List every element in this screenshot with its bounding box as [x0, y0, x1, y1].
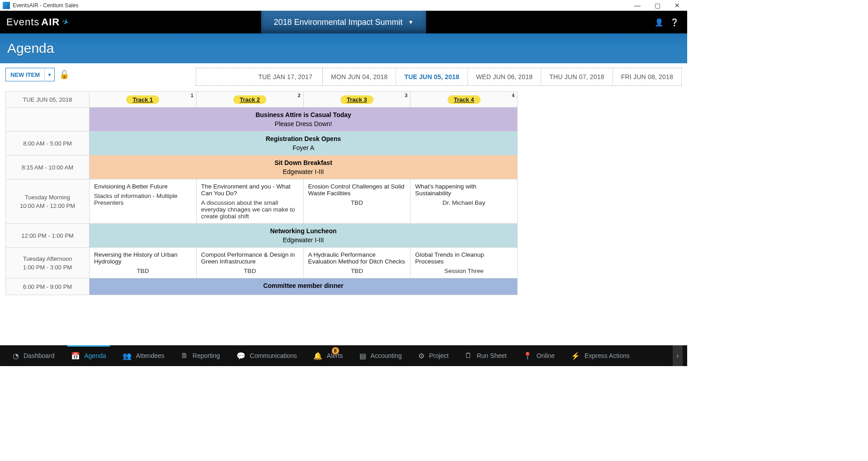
bottom-nav: ◔Dashboard📅Agenda👥Attendees🗎Reporting💬Co…: [0, 345, 687, 366]
session-sub: TBD: [308, 199, 406, 206]
nav-item-alerts[interactable]: 🔔Alerts8: [305, 345, 351, 366]
block-title: Business Attire is Casual Today: [92, 111, 514, 118]
session-cell[interactable]: What's happening with SustainabilityDr. …: [410, 179, 517, 223]
block-title: Sit Down Breakfast: [92, 159, 514, 166]
session-cell[interactable]: Compost Performance & Design in Green In…: [197, 248, 304, 278]
app-icon: [3, 2, 10, 9]
nav-item-accounting[interactable]: ▤Accounting: [351, 345, 410, 366]
window-titlebar: EventsAIR - Centium Sales — ▢ ✕: [0, 0, 687, 11]
unlock-icon[interactable]: 🔓: [59, 70, 69, 80]
time-cell: 8:15 AM - 10:00 AM: [6, 155, 90, 179]
nav-item-dashboard[interactable]: ◔Dashboard: [5, 345, 63, 366]
communications-icon: 💬: [236, 352, 245, 360]
session-title: Erosion Control Challenges at Solid Wast…: [308, 183, 406, 197]
run-sheet-icon: 🗒: [465, 352, 472, 360]
user-icon[interactable]: 👤: [655, 18, 664, 27]
session-title: Compost Performance & Design in Green In…: [201, 251, 299, 265]
nav-item-communications[interactable]: 💬Communications: [228, 345, 305, 366]
main-content: NEW ITEM ▼ 🔓 TUE JAN 17, 2017MON JUN 04,…: [0, 63, 687, 345]
nav-label: Accounting: [371, 352, 402, 359]
date-tab[interactable]: MON JUN 04, 2018: [323, 68, 396, 85]
nav-label: Reporting: [193, 352, 220, 359]
block-subtitle: Please Dress Down!: [92, 120, 514, 127]
full-width-block[interactable]: Committee member dinner: [90, 278, 517, 295]
block-title: Committee member dinner: [92, 282, 514, 289]
track-header[interactable]: 4Track 4: [410, 92, 517, 107]
window-maximize-button[interactable]: ▢: [647, 0, 667, 11]
full-width-block[interactable]: Sit Down BreakfastEdgewater I-III: [90, 155, 517, 179]
event-selector-label: 2018 Environmental Impact Summit: [274, 18, 402, 27]
page-title: Agenda: [7, 41, 54, 56]
session-cell[interactable]: The Environment and you - What Can You D…: [197, 179, 304, 223]
nav-item-reporting[interactable]: 🗎Reporting: [173, 345, 228, 366]
alerts-icon: 🔔: [313, 352, 322, 360]
date-tab[interactable]: FRI JUN 08, 2018: [613, 68, 682, 85]
nav-item-attendees[interactable]: 👥Attendees: [114, 345, 173, 366]
accounting-icon: ▤: [359, 352, 366, 360]
session-cell[interactable]: A Hydraulic Performance Evaluation Metho…: [304, 248, 411, 278]
nav-label: Agenda: [85, 352, 106, 359]
full-width-block[interactable]: Business Attire is Casual TodayPlease Dr…: [90, 108, 517, 131]
new-item-dropdown-toggle[interactable]: ▼: [44, 68, 54, 81]
track-pill[interactable]: Track 3: [340, 95, 373, 104]
date-tab[interactable]: TUE JAN 17, 2017: [196, 68, 323, 85]
nav-badge: 8: [332, 347, 339, 354]
agenda-icon: 📅: [71, 352, 80, 360]
track-pill[interactable]: Track 4: [448, 95, 481, 104]
track-header[interactable]: 1Track 1: [90, 92, 197, 107]
nav-item-agenda[interactable]: 📅Agenda: [63, 345, 114, 366]
session-sub: A discussion about the small everyday ch…: [201, 199, 299, 220]
track-number: 4: [512, 93, 514, 98]
session-sub: Dr. Michael Bay: [415, 199, 513, 206]
nav-item-run-sheet[interactable]: 🗒Run Sheet: [457, 345, 514, 366]
nav-scroll-right[interactable]: ›: [673, 345, 683, 366]
session-title: A Hydraulic Performance Evaluation Metho…: [308, 251, 406, 265]
nav-item-express-actions[interactable]: ⚡Express Actions: [563, 345, 638, 366]
online-icon: 📍: [523, 352, 532, 360]
nav-label: Online: [537, 352, 555, 359]
session-sub: Stacks of information - Multiple Present…: [94, 193, 192, 206]
full-width-block[interactable]: Registration Desk OpensFoyer A: [90, 132, 517, 155]
time-cell: 8:00 AM - 5:00 PM: [6, 132, 90, 155]
date-tab[interactable]: THU JUN 07, 2018: [541, 68, 613, 85]
block-title: Registration Desk Opens: [92, 135, 514, 142]
block-subtitle: Edgewater I-III: [92, 236, 514, 244]
session-cell[interactable]: Erosion Control Challenges at Solid Wast…: [304, 179, 411, 223]
track-pill[interactable]: Track 1: [126, 95, 159, 104]
project-icon: ⚙: [418, 352, 425, 360]
session-title: Global Trends in Cleanup Processes: [415, 251, 513, 265]
session-title: Reversing the History of Urban Hydrology: [94, 251, 192, 265]
reporting-icon: 🗎: [181, 352, 188, 360]
logo-text-2: AIR: [41, 16, 60, 28]
plane-icon: ✈: [61, 16, 71, 28]
nav-item-online[interactable]: 📍Online: [515, 345, 563, 366]
window-close-button[interactable]: ✕: [667, 0, 687, 11]
nav-label: Attendees: [136, 352, 165, 359]
track-header[interactable]: 3Track 3: [304, 92, 411, 107]
track-number: 3: [405, 93, 407, 98]
session-cell[interactable]: Envisioning A Better FutureStacks of inf…: [90, 179, 197, 223]
track-header[interactable]: 2Track 2: [197, 92, 304, 107]
session-cell[interactable]: Global Trends in Cleanup ProcessesSessio…: [410, 248, 517, 278]
date-tab[interactable]: TUE JUN 05, 2018: [396, 68, 467, 85]
time-cell: 12:00 PM - 1:00 PM: [6, 224, 90, 247]
new-item-button[interactable]: NEW ITEM ▼: [5, 68, 55, 81]
page-header: Agenda: [0, 33, 687, 63]
dashboard-icon: ◔: [13, 352, 19, 360]
session-cell[interactable]: Reversing the History of Urban Hydrology…: [90, 248, 197, 278]
block-title: Networking Luncheon: [92, 227, 514, 235]
full-width-block[interactable]: Networking LuncheonEdgewater I-III: [90, 224, 517, 247]
grid-date-header: TUE JUN 05, 2018: [6, 92, 90, 107]
nav-item-project[interactable]: ⚙Project: [410, 345, 457, 366]
date-tab[interactable]: WED JUN 06, 2018: [468, 68, 541, 85]
new-item-label: NEW ITEM: [6, 71, 44, 78]
app-logo: EventsAIR✈: [0, 16, 70, 28]
event-selector[interactable]: 2018 Environmental Impact Summit ▼: [261, 11, 426, 33]
window-minimize-button[interactable]: —: [627, 0, 647, 11]
time-cell: [6, 108, 90, 131]
track-pill[interactable]: Track 2: [233, 95, 266, 104]
time-cell: Tuesday Afternoon1:00 PM - 3:00 PM: [6, 248, 90, 278]
session-sub: TBD: [201, 268, 299, 274]
help-icon[interactable]: ❔: [670, 18, 679, 27]
nav-label: Dashboard: [24, 352, 55, 359]
